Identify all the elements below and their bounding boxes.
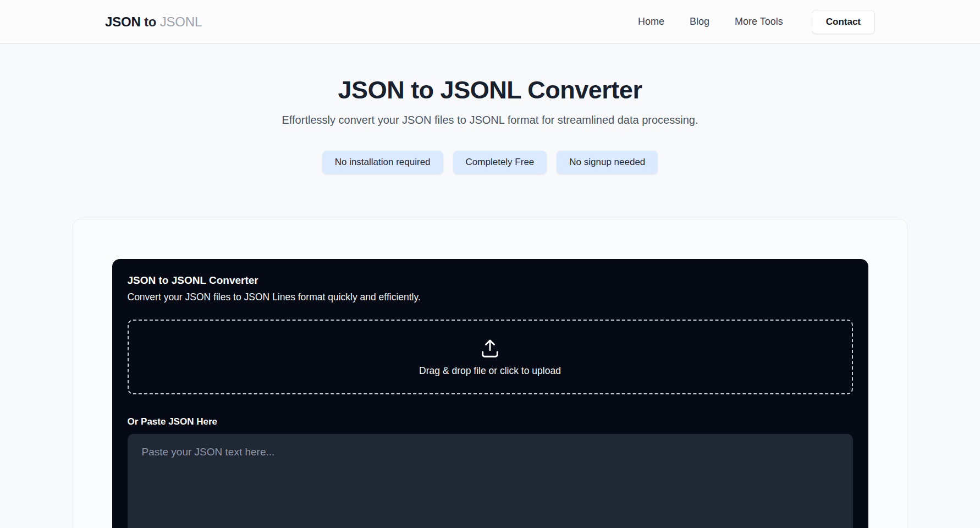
json-input-textarea[interactable]	[128, 434, 853, 528]
tool-section: JSON to JSONL Converter Convert your JSO…	[73, 219, 907, 528]
header-inner: JSON to JSONL Home Blog More Tools Conta…	[105, 0, 875, 43]
badge-completely-free: Completely Free	[453, 151, 547, 174]
converter-card-title: JSON to JSONL Converter	[128, 274, 853, 287]
contact-button[interactable]: Contact	[812, 10, 875, 34]
nav-link-more-tools[interactable]: More Tools	[735, 16, 783, 28]
paste-json-label: Or Paste JSON Here	[128, 416, 853, 427]
page-title: JSON to JSONL Converter	[0, 76, 980, 105]
logo-part-to: to	[141, 14, 160, 29]
file-dropzone[interactable]: Drag & drop file or click to upload	[128, 320, 853, 394]
nav-link-home[interactable]: Home	[638, 16, 664, 28]
converter-card: JSON to JSONL Converter Convert your JSO…	[112, 259, 868, 528]
badge-row: No installation required Completely Free…	[0, 151, 980, 174]
logo-part-jsonl: JSONL	[160, 14, 202, 29]
hero-section: JSON to JSONL Converter Effortlessly con…	[0, 76, 980, 174]
converter-card-description: Convert your JSON files to JSON Lines fo…	[128, 292, 853, 303]
main-nav: Home Blog More Tools Contact	[638, 10, 875, 34]
site-header: JSON to JSONL Home Blog More Tools Conta…	[0, 0, 980, 44]
badge-no-installation: No installation required	[322, 151, 443, 174]
logo-part-json: JSON	[105, 14, 141, 29]
badge-no-signup: No signup needed	[557, 151, 658, 174]
site-logo[interactable]: JSON to JSONL	[105, 14, 202, 30]
dropzone-label: Drag & drop file or click to upload	[419, 365, 561, 377]
upload-icon	[479, 338, 501, 360]
page-subtitle: Effortlessly convert your JSON files to …	[0, 114, 980, 127]
nav-link-blog[interactable]: Blog	[690, 16, 709, 28]
